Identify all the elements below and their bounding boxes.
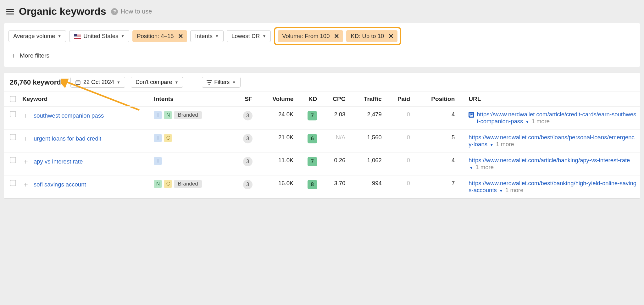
plus-icon: ＋ xyxy=(10,51,17,60)
position-filter-chip[interactable]: Position: 4–15 ✕ xyxy=(132,30,187,42)
more-urls-link[interactable]: 1 more xyxy=(475,164,494,170)
volume-header[interactable]: Volume xyxy=(256,92,297,107)
sf-badge: 3 xyxy=(243,134,253,143)
chevron-down-icon: ▼ xyxy=(58,34,61,38)
row-checkbox[interactable] xyxy=(10,157,16,163)
more-urls-link[interactable]: 1 more xyxy=(532,118,550,125)
table-row: ＋ apy vs interest rate I 3 11.0K 7 0.26 … xyxy=(4,152,640,175)
serp-feature-icon xyxy=(469,112,474,118)
paid-value: 0 xyxy=(385,152,413,175)
url-link[interactable]: https://www.nerdwallet.com/best/loans/pe… xyxy=(469,134,635,147)
volume-value: 21.0K xyxy=(256,130,297,152)
help-icon: ? xyxy=(111,8,118,15)
intent-badge-i: I xyxy=(154,111,162,119)
intent-badge-c: C xyxy=(164,180,172,188)
more-filters-button[interactable]: ＋ More filters xyxy=(8,50,51,62)
chevron-down-icon[interactable]: ▼ xyxy=(526,120,529,124)
position-header[interactable]: Position xyxy=(413,92,458,107)
close-icon[interactable]: ✕ xyxy=(178,32,183,40)
intent-badge-n: N xyxy=(154,180,162,188)
keyword-link[interactable]: apy vs interest rate xyxy=(34,158,83,165)
volume-chip-label: Volume: From 100 xyxy=(282,33,330,40)
row-checkbox[interactable] xyxy=(10,180,16,186)
results-panel: 26,760 keywords 22 Oct 2024 ▼ Don't comp… xyxy=(4,73,640,199)
filter-icon xyxy=(207,80,212,85)
hamburger-menu-icon[interactable] xyxy=(6,9,14,14)
more-urls-link[interactable]: 1 more xyxy=(496,141,514,147)
sf-badge: 3 xyxy=(243,180,253,189)
how-to-use-link[interactable]: ? How to use xyxy=(111,8,152,15)
keyword-header[interactable]: Keyword xyxy=(19,92,151,107)
date-label: 22 Oct 2024 xyxy=(83,79,114,86)
url-link[interactable]: https://www.nerdwallet.com/best/banking/… xyxy=(469,180,636,193)
chevron-down-icon: ▼ xyxy=(215,34,219,38)
kd-filter-chip[interactable]: KD: Up to 10 ✕ xyxy=(346,30,397,42)
position-value: 4 xyxy=(413,152,458,175)
filters-label: Filters xyxy=(214,79,230,86)
intents-dropdown[interactable]: Intents ▼ xyxy=(190,30,223,42)
traffic-header[interactable]: Traffic xyxy=(348,92,385,107)
sf-badge: 3 xyxy=(243,157,253,166)
highlighted-filters-annotation: Volume: From 100 ✕ KD: Up to 10 ✕ xyxy=(274,27,401,45)
expand-icon[interactable]: ＋ xyxy=(22,157,29,166)
intent-badges: IC xyxy=(154,134,229,142)
chevron-down-icon: ▼ xyxy=(232,80,236,85)
country-label: United States xyxy=(83,33,118,40)
kd-header[interactable]: KD xyxy=(297,92,320,107)
keyword-link[interactable]: urgent loans for bad credit xyxy=(34,135,101,142)
paid-header[interactable]: Paid xyxy=(385,92,413,107)
chevron-down-icon: ▼ xyxy=(175,80,178,85)
kd-badge: 7 xyxy=(308,111,317,120)
more-filters-label: More filters xyxy=(20,52,49,59)
cpc-header[interactable]: CPC xyxy=(320,92,348,107)
select-all-checkbox[interactable] xyxy=(10,96,16,102)
how-to-use-label: How to use xyxy=(120,8,152,15)
more-urls-link[interactable]: 1 more xyxy=(505,187,524,193)
intent-badge-i: I xyxy=(154,157,162,165)
row-checkbox[interactable] xyxy=(10,134,16,140)
traffic-value: 1,560 xyxy=(348,130,385,152)
chevron-down-icon[interactable]: ▼ xyxy=(490,143,493,147)
row-checkbox[interactable] xyxy=(10,111,16,117)
url-link[interactable]: https://www.nerdwallet.com/article/credi… xyxy=(477,111,636,125)
chevron-down-icon[interactable]: ▼ xyxy=(499,189,503,193)
filters-dropdown[interactable]: Filters ▼ xyxy=(202,77,241,88)
intent-badges: I xyxy=(154,157,229,165)
svg-point-10 xyxy=(470,114,471,114)
page-title: Organic keywords xyxy=(19,6,106,17)
url-header[interactable]: URL xyxy=(465,92,640,107)
chevron-down-icon: ▼ xyxy=(121,34,125,38)
kd-badge: 6 xyxy=(308,134,317,143)
keyword-link[interactable]: southwest companion pass xyxy=(34,112,104,119)
table-row: ＋ urgent loans for bad credit IC 3 21.0K… xyxy=(4,130,640,152)
paid-value: 0 xyxy=(385,130,413,152)
paid-value: 0 xyxy=(385,175,413,198)
url-link[interactable]: https://www.nerdwallet.com/article/banki… xyxy=(469,157,630,164)
country-dropdown[interactable]: United States ▼ xyxy=(69,30,129,42)
expand-icon[interactable]: ＋ xyxy=(22,180,29,189)
close-icon[interactable]: ✕ xyxy=(334,32,339,40)
volume-mode-dropdown[interactable]: Average volume ▼ xyxy=(8,30,66,42)
table-row: ＋ southwest companion pass INBranded 3 2… xyxy=(4,107,640,130)
sf-header[interactable]: SF xyxy=(232,92,256,107)
kd-badge: 7 xyxy=(308,157,317,166)
intents-header[interactable]: Intents xyxy=(151,92,232,107)
close-icon[interactable]: ✕ xyxy=(388,32,394,40)
intent-badges: INBranded xyxy=(154,111,229,119)
expand-icon[interactable]: ＋ xyxy=(22,134,29,143)
chevron-down-icon: ▼ xyxy=(262,34,266,38)
compare-label: Don't compare xyxy=(136,79,172,86)
volume-filter-chip[interactable]: Volume: From 100 ✕ xyxy=(278,30,343,42)
keyword-count: 26,760 keywords xyxy=(10,78,65,86)
chevron-down-icon[interactable]: ▼ xyxy=(469,166,473,170)
expand-icon[interactable]: ＋ xyxy=(22,111,29,120)
volume-value: 11.0K xyxy=(256,152,297,175)
select-all-header xyxy=(4,92,19,107)
date-picker-button[interactable]: 22 Oct 2024 ▼ xyxy=(70,77,125,88)
compare-dropdown[interactable]: Don't compare ▼ xyxy=(131,77,183,88)
lowest-dr-dropdown[interactable]: Lowest DR ▼ xyxy=(227,30,271,42)
intent-badge-i: I xyxy=(154,134,162,142)
keyword-link[interactable]: sofi savings account xyxy=(34,181,86,188)
results-toolbar: 26,760 keywords 22 Oct 2024 ▼ Don't comp… xyxy=(4,73,640,92)
cpc-value: 0.26 xyxy=(320,152,348,175)
